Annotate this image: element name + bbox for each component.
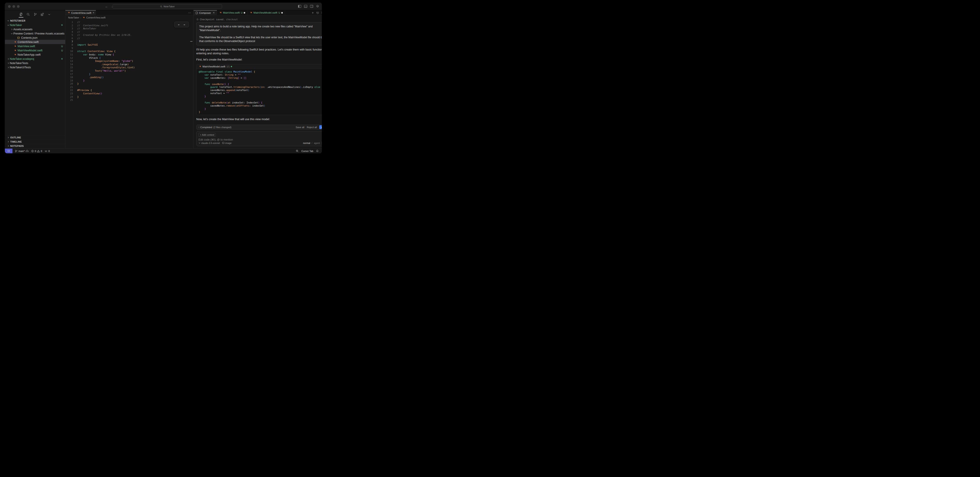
close-tab-icon[interactable]: ✕: [213, 11, 215, 14]
code-line-10[interactable]: 10struct ContentView: View {: [65, 50, 193, 53]
code-line-6[interactable]: 6//: [65, 37, 193, 40]
code-line: }: [199, 108, 322, 111]
editor-actions-more-icon[interactable]: ⋯: [186, 10, 193, 15]
code-line-18[interactable]: 18 .padding(): [65, 76, 193, 79]
tab-mainview-swift[interactable]: MainView.swift U: [217, 10, 247, 15]
code-line-11[interactable]: 11 var body: some View {: [65, 53, 193, 57]
minimize-window-icon[interactable]: [13, 5, 15, 8]
code-line-3[interactable]: 3// NoteTaker: [65, 27, 193, 30]
tree-item-contents-json[interactable]: {}Contents.json: [5, 36, 65, 40]
close-window-icon[interactable]: [8, 5, 11, 8]
nav-forward-icon[interactable]: →: [183, 23, 185, 26]
save-all-button[interactable]: Save all: [296, 126, 304, 129]
code-line-13[interactable]: 13 Image(systemName: "globe"): [65, 60, 193, 63]
tree-item-mainviewmodel-swift[interactable]: MainViewModel.swiftU: [5, 48, 65, 52]
code-line-16[interactable]: 16 Text("Hello, world!"): [65, 69, 193, 73]
code-line-19[interactable]: 19 }: [65, 79, 193, 83]
toggle-left-sidebar-icon[interactable]: [298, 5, 301, 8]
code-line-7[interactable]: 7: [65, 40, 193, 44]
mode-agent[interactable]: agent: [314, 142, 320, 145]
tree-item-notetakeruitests[interactable]: NoteTakerUITests: [5, 65, 65, 69]
explorer-section-header[interactable]: NOTETAKER: [5, 17, 65, 23]
search-icon: [160, 5, 162, 8]
window-controls[interactable]: [8, 5, 19, 8]
toggle-right-sidebar-icon[interactable]: [310, 5, 313, 8]
chevron-down-icon: [7, 24, 10, 26]
source-control-icon[interactable]: [33, 11, 37, 17]
tree-item-notetakertests[interactable]: NoteTakerTests: [5, 61, 65, 65]
tab-contentview-swift[interactable]: ContentView.swift ✕: [65, 10, 96, 15]
code-line-25[interactable]: 25: [65, 99, 193, 102]
tree-item-preview-content-preview-assets-xcassets[interactable]: Preview Content / Preview Assets.xcasset…: [5, 31, 65, 36]
attach-image-button[interactable]: image: [222, 142, 232, 145]
search-view-icon[interactable]: [27, 11, 30, 17]
composer-conversation[interactable]: Checkpoint saved. checkout This project …: [196, 15, 322, 123]
toggle-bottom-panel-icon[interactable]: [304, 5, 307, 8]
code-line-15[interactable]: 15 .foregroundStyle(.tint): [65, 66, 193, 69]
code-line-12[interactable]: 12 VStack {: [65, 57, 193, 60]
cursor-tab-status[interactable]: Cursor Tab: [301, 150, 313, 153]
new-composer-icon[interactable]: +: [312, 11, 314, 14]
tree-item-mainview-swift[interactable]: MainView.swiftU: [5, 44, 65, 48]
breadcrumb[interactable]: NoteTaker › ContentView.swift: [65, 15, 193, 20]
input-placeholder[interactable]: Edit code (⌘I), @ to mention: [199, 138, 322, 141]
code-line-20[interactable]: 20}: [65, 82, 193, 86]
code-line-5[interactable]: 5// Created by Prithiv Dev on 1/9/25.: [65, 33, 193, 37]
code-line-17[interactable]: 17 }: [65, 73, 193, 76]
timeline-section[interactable]: TIMELINE: [5, 140, 65, 144]
bell-icon[interactable]: [316, 149, 319, 153]
unsaved-dot-icon[interactable]: [243, 12, 245, 14]
unsaved-dot-icon[interactable]: [281, 12, 283, 14]
code-line-22[interactable]: 22#Preview {: [65, 89, 193, 92]
remote-indicator[interactable]: [5, 149, 13, 153]
code-block-header[interactable]: MainViewModel.swift 1/1 ✕ ✓: [196, 64, 322, 69]
model-picker[interactable]: claude-3.5-sonnet: [199, 142, 220, 145]
tree-item-notetaker-xcodeproj[interactable]: NoteTaker.xcodeproj: [5, 57, 65, 61]
code-line-4[interactable]: 4//: [65, 30, 193, 34]
mode-normal[interactable]: normal: [303, 142, 310, 145]
composer-input[interactable]: + Add context Edit code (⌘I), @ to menti…: [196, 131, 322, 146]
settings-gear-icon[interactable]: [316, 5, 319, 8]
code-editor[interactable]: 1//2// ContentView.swift3// NoteTaker4//…: [65, 20, 193, 148]
tree-item-notetaker[interactable]: NoteTaker: [5, 23, 65, 27]
code-line: guard !noteText.trimmingCharacters(in: .…: [199, 86, 322, 89]
outline-section[interactable]: OUTLINE: [5, 135, 65, 140]
add-context-button[interactable]: + Add context: [199, 133, 216, 137]
ports-status[interactable]: 0: [45, 150, 49, 153]
git-branch-status[interactable]: main*: [15, 150, 29, 153]
tab-composer[interactable]: Composer ✕: [194, 10, 217, 15]
code-line-23[interactable]: 23 ContentView(): [65, 92, 193, 95]
tree-item-notetakerapp-swift[interactable]: NoteTakerApp.swift: [5, 52, 65, 57]
code-line: func deleteNote(at indexSet: IndexSet) {: [199, 101, 322, 104]
code-line-8[interactable]: 8import SwiftUI: [65, 43, 193, 47]
image-icon: [222, 142, 224, 144]
reject-all-button[interactable]: Reject all: [307, 126, 317, 129]
submit-button[interactable]: submit ⏎: [321, 141, 322, 145]
code-line-21[interactable]: 21: [65, 86, 193, 89]
history-back-icon[interactable]: ←: [105, 5, 108, 8]
tree-item-contentview-swift[interactable]: ContentView.swift: [5, 40, 65, 44]
tab-mainviewmodel-swift[interactable]: MainViewModel.swift U: [247, 10, 285, 15]
user-message[interactable]: This project aims to build a note taking…: [196, 22, 322, 45]
notepads-section[interactable]: NOTEPADS: [5, 144, 65, 148]
swift-file-icon: [250, 11, 252, 14]
code-line-14[interactable]: 14 .imageScale(.large): [65, 63, 193, 66]
command-center-search[interactable]: NoteTaker: [113, 4, 222, 9]
history-icon[interactable]: [316, 11, 319, 14]
maximize-window-icon[interactable]: [17, 5, 19, 8]
code-line: }: [199, 95, 322, 98]
accept-all-button[interactable]: Accept all: [319, 125, 322, 129]
explorer-view-icon[interactable]: [19, 11, 23, 17]
problems-status[interactable]: 0 0: [31, 150, 42, 153]
tree-item-assets-xcassets[interactable]: Assets.xcassets: [5, 27, 65, 31]
zoom-icon[interactable]: [296, 149, 299, 153]
close-tab-icon[interactable]: ✕: [92, 11, 95, 14]
code-line-24[interactable]: 24}: [65, 95, 193, 99]
nav-back-icon[interactable]: ←: [178, 23, 180, 26]
more-views-chevron-icon[interactable]: [48, 11, 51, 17]
checkout-link[interactable]: checkout: [226, 18, 238, 21]
extensions-view-icon[interactable]: [41, 11, 44, 17]
panel-layout-icon[interactable]: [321, 11, 322, 14]
code-line-9[interactable]: 9: [65, 47, 193, 50]
chevron-right-icon[interactable]: ›: [199, 126, 199, 128]
